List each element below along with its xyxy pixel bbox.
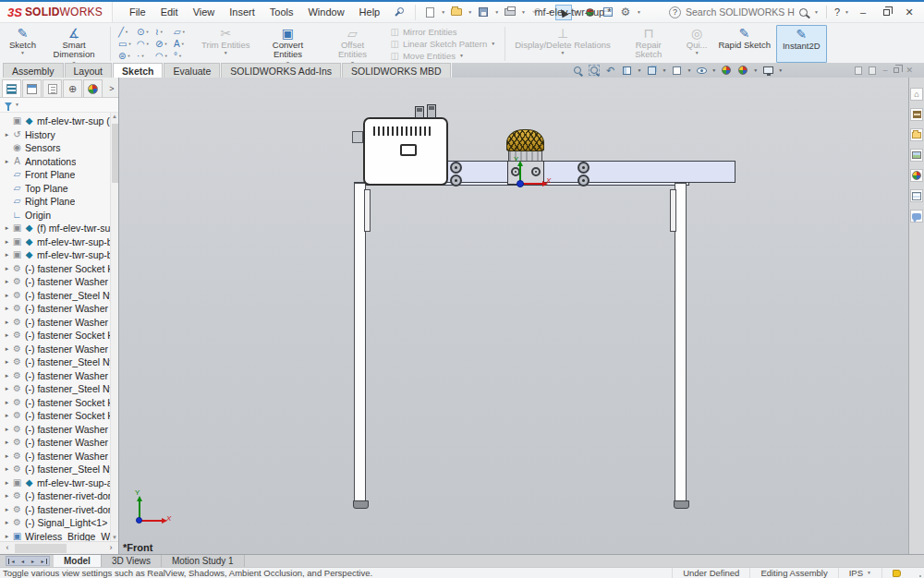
tree-item-origin[interactable]: ∟Origin	[0, 209, 110, 223]
sketch-fillet-caret-icon[interactable]: ▼	[164, 54, 168, 58]
solidworks-logo[interactable]: 3S SOLIDWORKS	[0, 2, 113, 22]
tab-3d-views[interactable]: 3D Views	[102, 555, 162, 567]
resize-grip[interactable]	[913, 569, 922, 578]
move-entities-button[interactable]: ◫Move Entities▼	[390, 51, 495, 61]
trim-entities-caret-icon[interactable]: ▼	[224, 51, 228, 55]
expand-arrow-icon[interactable]: ▸	[3, 345, 11, 353]
linear-sketch-pattern-caret-icon[interactable]: ▼	[491, 42, 495, 46]
units-caret-icon[interactable]: ▼	[867, 571, 871, 575]
quick-snaps-caret-icon[interactable]: ▼	[695, 51, 699, 55]
tree-item-fastener-rivet-domed[interactable]: ▸⚙(-) fastener-rivet-domed (	[0, 489, 110, 503]
print-button[interactable]	[502, 5, 518, 20]
expand-arrow-icon[interactable]: ▸	[3, 426, 11, 433]
point-caret-icon[interactable]: ▼	[140, 54, 144, 58]
doc-minimize-button[interactable]: –	[882, 66, 887, 75]
tree-item-front-plane[interactable]: ▱Front Plane	[0, 168, 110, 182]
undo-caret-icon[interactable]: ▼	[548, 10, 553, 15]
tree-item-fastener-washer-1-4in[interactable]: ▸⚙(-) fastener Washer 1-4in	[0, 450, 110, 464]
doc-close-button[interactable]: ✕	[906, 66, 913, 75]
polygon-caret-icon[interactable]: ▼	[182, 30, 186, 34]
panel-tab-propertymanager[interactable]	[22, 79, 42, 97]
options-caret-icon[interactable]: ▼	[637, 10, 641, 15]
view-palette-button[interactable]	[910, 149, 923, 162]
tree-vertical-scrollbar[interactable]: ▲ ▼	[110, 113, 118, 541]
tree-item-signal-light-1-defa[interactable]: ▸⚙(-) Signal_Light<1> (Defa	[0, 516, 110, 530]
panel-flyout-arrow[interactable]: >	[105, 84, 118, 93]
straight-slot-caret-icon[interactable]: ▼	[127, 54, 130, 58]
select-caret-icon[interactable]: ▼	[575, 10, 579, 15]
model-left-leg[interactable]	[354, 183, 366, 503]
units-selector[interactable]: IPS▼	[838, 568, 881, 578]
dropdown-caret-icon[interactable]: ▼	[778, 67, 783, 73]
menu-help[interactable]: Help	[352, 4, 388, 20]
tree-item-mf-elev-twr-sup-brack[interactable]: ▸▣◆mf-elev-twr-sup-brack	[0, 248, 110, 262]
new-document-caret-icon[interactable]: ▼	[441, 10, 445, 15]
view-settings-button[interactable]	[760, 64, 775, 77]
fastener-bolt[interactable]	[450, 162, 462, 174]
tree-item-mf-elev-twr-sup-brack[interactable]: ▸▣◆mf-elev-twr-sup-brack	[0, 235, 110, 249]
fastener-bolt[interactable]	[450, 175, 462, 187]
tree-item-fastener-washer-1-4in[interactable]: ▸⚙(-) fastener Washer 1-4in	[0, 316, 110, 330]
undo-button[interactable]: ↶	[529, 5, 545, 20]
mirror-entities-button[interactable]: ◫Mirror Entities	[390, 27, 495, 37]
menu-window[interactable]: Window	[300, 4, 351, 20]
sketch-button[interactable]: ✎Sketch▼	[4, 25, 42, 63]
sketch-caret-icon[interactable]: ▼	[20, 51, 25, 55]
view-orientation-button[interactable]	[644, 64, 659, 77]
polygon-tool-button[interactable]: ▱▼	[174, 26, 192, 38]
ellipse-tool-button[interactable]: ⊘▼	[155, 38, 174, 50]
tree-item-fastener-steel-nylon-in[interactable]: ▸⚙(-) fastener_Steel Nylon-In	[0, 382, 110, 396]
tree-item-fastener-washer-1-4in[interactable]: ▸⚙(-) fastener Washer 1-4in	[0, 343, 110, 356]
previous-tab-button[interactable]: ◂	[18, 559, 27, 564]
last-tab-button[interactable]: ▸	[39, 559, 47, 564]
open-caret-icon[interactable]: ▼	[468, 10, 472, 15]
custom-properties-tag[interactable]	[881, 568, 911, 578]
new-document-button[interactable]	[421, 5, 438, 20]
file-explorer-button[interactable]	[910, 128, 923, 141]
tab-layout[interactable]: Layout	[65, 63, 113, 78]
line-tool-button[interactable]: ╱▼	[118, 26, 137, 38]
tree-item-fastener-socket-head-c[interactable]: ▸⚙(-) fastener Socket Head C	[0, 329, 110, 343]
tree-item-fastener-socket-head-c[interactable]: ▸⚙(-) fastener Socket Head C	[0, 409, 110, 423]
tab-assembly[interactable]: Assembly	[3, 63, 64, 78]
convert-entities-button[interactable]: ▣Convert Entities▼	[255, 25, 320, 63]
expand-arrow-icon[interactable]: ▸	[3, 533, 11, 540]
section-view-button[interactable]	[620, 64, 635, 77]
graphics-area[interactable]: X Y X Y *Front	[119, 78, 908, 554]
filter-caret-icon[interactable]: ▼	[15, 102, 19, 107]
expand-arrow-icon[interactable]: ▸	[3, 319, 11, 326]
display-delete-relations-caret-icon[interactable]: ▼	[561, 51, 565, 55]
appearances-button[interactable]	[910, 169, 923, 182]
minimize-button[interactable]: –	[854, 4, 872, 20]
antenna-connector[interactable]	[427, 104, 436, 118]
scroll-down-icon[interactable]: ▼	[111, 535, 118, 540]
tree-item-fastener-steel-nylon-in[interactable]: ▸⚙(-) fastener_Steel Nylon-In	[0, 463, 110, 476]
tab-motion-study-1[interactable]: Motion Study 1	[162, 555, 245, 567]
expand-arrow-icon[interactable]: ▸	[3, 412, 11, 419]
smart-dimension-button[interactable]: ∡Smart Dimension▼	[42, 25, 106, 63]
search-icon[interactable]	[799, 8, 808, 17]
tree-item-history[interactable]: ▸↺History	[0, 128, 110, 142]
expand-arrow-icon[interactable]: ▸	[3, 158, 11, 165]
trim-entities-button[interactable]: ✂Trim Entities▼	[196, 25, 255, 63]
fastener-bolt[interactable]	[578, 162, 590, 174]
circle-caret-icon[interactable]: ▼	[145, 30, 149, 34]
tree-item-top-plane[interactable]: ▱Top Plane	[0, 182, 110, 196]
model-left-bracket[interactable]	[352, 131, 363, 143]
restore-button[interactable]	[877, 4, 895, 20]
bracket-screw[interactable]	[531, 167, 541, 176]
save-button[interactable]	[475, 5, 492, 20]
expand-arrow-icon[interactable]: ▸	[3, 358, 11, 366]
forum-button[interactable]	[910, 210, 923, 223]
expand-arrow-icon[interactable]: ▸	[3, 265, 11, 272]
tab-evaluate[interactable]: Evaluate	[164, 63, 220, 78]
scroll-right-icon[interactable]: ›	[105, 544, 116, 552]
instant2d-button[interactable]: ✎Instant2D	[776, 25, 827, 63]
tab-solidworks-add-ins[interactable]: SOLIDWORKS Add-Ins	[221, 63, 341, 78]
print-caret-icon[interactable]: ▼	[521, 10, 526, 15]
tab-solidworks-mbd[interactable]: SOLIDWORKS MBD	[342, 63, 450, 78]
panel-tab-featuremanager-design-tree[interactable]	[2, 79, 21, 97]
centerpoint-arc-caret-icon[interactable]: ▼	[146, 42, 150, 46]
tree-item-fastener-washer-1-4in[interactable]: ▸⚙(-) fastener Washer 1-4in	[0, 369, 110, 383]
display-style-button[interactable]	[669, 64, 684, 77]
